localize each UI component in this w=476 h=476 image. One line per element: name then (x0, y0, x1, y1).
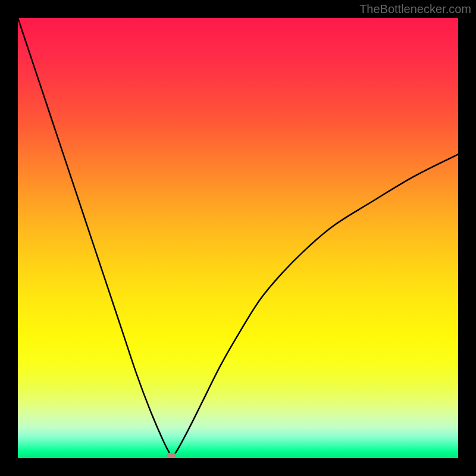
optimum-marker (167, 453, 176, 458)
bottleneck-curve (18, 18, 458, 458)
plot-area (18, 18, 458, 458)
attribution-text: TheBottlenecker.com (359, 2, 471, 16)
